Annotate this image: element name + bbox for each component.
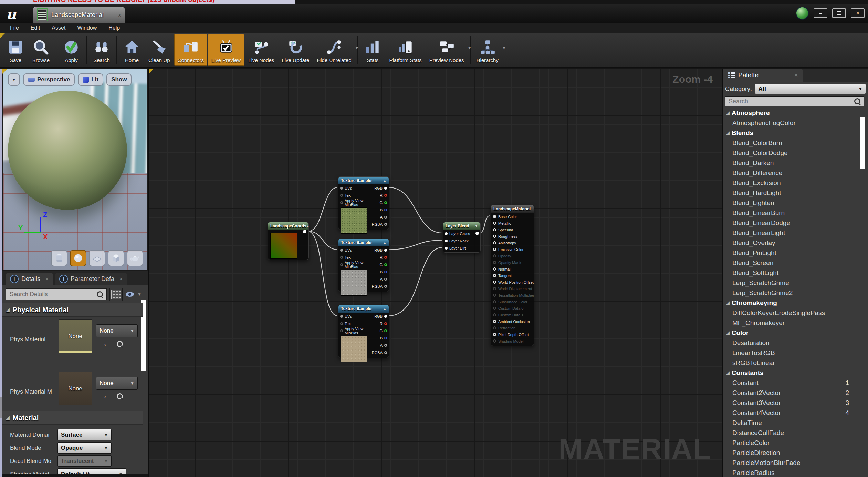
preview-shape-sphere[interactable] <box>70 250 86 266</box>
input-pin-opacity[interactable] <box>493 254 496 257</box>
node-texture-sample[interactable]: Texture Sample▲UVsTexApply View MipBiasR… <box>338 176 389 230</box>
palette-item[interactable]: Blend_PinLight <box>723 248 859 258</box>
tab-palette[interactable]: Palette ✕ <box>723 69 803 82</box>
palette-item[interactable]: ParticleMotionBlurFade <box>723 458 859 468</box>
preview-viewport[interactable]: ▼ Perspective Lit Show Z Y X <box>2 69 148 271</box>
input-pin-anisotropy[interactable] <box>493 241 496 244</box>
palette-item[interactable]: DeltaTime <box>723 418 859 428</box>
toolbar-button-save[interactable]: Save <box>3 34 28 66</box>
input-pin-specular[interactable] <box>493 228 496 231</box>
asset-tab-close-icon[interactable]: x <box>118 12 121 18</box>
output-pin-a[interactable] <box>384 278 387 281</box>
output-pin-rgba[interactable] <box>384 285 387 288</box>
palette-item[interactable]: Blend_LinearDodge <box>723 218 859 228</box>
node-header[interactable]: Texture Sample▲ <box>338 239 389 246</box>
palette-item[interactable]: AtmosphericFogColor <box>723 118 859 128</box>
preview-shape-teapot[interactable] <box>127 250 143 266</box>
collapse-icon[interactable]: ▲ <box>306 224 310 228</box>
output-pin-g[interactable] <box>384 263 387 266</box>
output-pin-g[interactable] <box>384 201 387 204</box>
chevron-down-icon[interactable]: ▼ <box>502 45 506 50</box>
palette-item[interactable]: Blend_Screen <box>723 258 859 268</box>
preview-shape-cube[interactable] <box>108 250 124 266</box>
input-pin-base-color[interactable] <box>493 215 496 218</box>
details-search-input[interactable]: Search Details <box>6 288 107 300</box>
lit-mode-button[interactable]: Lit <box>78 73 103 86</box>
palette-item[interactable]: Blend_ColorDodge <box>723 148 859 158</box>
node-header[interactable]: LandscapeCoords▲ <box>268 222 308 230</box>
input-pin-subsurface-color[interactable] <box>493 300 496 303</box>
output-pin-a[interactable] <box>384 216 387 219</box>
input-pin-uvs[interactable] <box>340 249 343 252</box>
input-pin-opacity-mask[interactable] <box>493 261 496 264</box>
toolbar-button-live-preview[interactable]: Live Preview <box>208 34 244 66</box>
palette-item[interactable]: Constant2Vector2 <box>723 388 859 398</box>
output-pin-b[interactable] <box>384 209 387 211</box>
node-layer-blend[interactable]: Layer Blend▼Layer GrassLayer RockLayer D… <box>443 222 481 253</box>
palette-category-constants[interactable]: ◢Constants <box>723 368 859 378</box>
input-pin-custom-data-1[interactable] <box>493 313 496 316</box>
use-selected-arrow-icon[interactable]: ← <box>103 392 110 400</box>
palette-category-color[interactable]: ◢Color <box>723 328 859 338</box>
palette-item[interactable]: Blend_Darken <box>723 158 859 168</box>
palette-item[interactable]: Blend_Difference <box>723 168 859 178</box>
input-pin-uvs[interactable] <box>340 187 343 190</box>
node-header[interactable]: Layer Blend▼ <box>443 222 480 230</box>
input-pin-apply view mipbias[interactable] <box>340 329 343 332</box>
menu-edit[interactable]: Edit <box>25 25 46 31</box>
input-pin-shading-model[interactable] <box>493 339 496 343</box>
input-pin-emissive-color[interactable] <box>493 248 496 251</box>
palette-item[interactable]: Blend_LinearBurn <box>723 208 859 218</box>
output-pin-b[interactable] <box>384 271 387 273</box>
section-physical-material[interactable]: ◢Physical Material <box>2 303 143 317</box>
toolbar-button-live-nodes[interactable]: Live Nodes <box>245 34 278 66</box>
menu-window[interactable]: Window <box>71 25 103 31</box>
output-pin-b[interactable] <box>384 337 387 339</box>
dropdown-icon[interactable]: ▼ <box>475 224 478 228</box>
output-pin-a[interactable] <box>384 344 387 347</box>
perspective-button[interactable]: Perspective <box>23 73 75 86</box>
palette-scrollbar[interactable] <box>860 117 865 169</box>
output-pin-rgb[interactable] <box>384 187 387 190</box>
material-graph-canvas[interactable]: Zoom -4 MATERIAL Texture Sample▲UVsTexAp… <box>148 69 723 477</box>
toolbar-button-live-update[interactable]: Live Update <box>278 34 313 66</box>
palette-item[interactable]: sRGBToLinear <box>723 358 859 368</box>
toolbar-button-stats[interactable]: Stats <box>360 34 385 66</box>
output-pin-rgb[interactable] <box>384 249 387 252</box>
palette-search-input[interactable]: Search <box>725 96 864 106</box>
input-pin-tessellation-multiplier[interactable] <box>493 294 496 297</box>
asset-tab[interactable]: LandscapeMaterial x <box>33 7 125 23</box>
input-pin-custom-data-0[interactable] <box>493 307 496 310</box>
tab-parameter-defaults-close-icon[interactable]: ✕ <box>119 276 123 282</box>
input-pin-normal[interactable] <box>493 267 496 271</box>
input-pin-apply view mipbias[interactable] <box>340 263 343 266</box>
palette-category-chromakeying[interactable]: ◢Chromakeying <box>723 298 859 308</box>
output-pin-coords[interactable] <box>303 230 306 233</box>
node-header[interactable]: Texture Sample▲ <box>338 305 389 313</box>
palette-item[interactable]: Constant3Vector3 <box>723 398 859 408</box>
toolbar-button-search[interactable]: Search <box>89 34 114 66</box>
toolbar-button-platform-stats[interactable]: Platform Stats <box>386 34 425 66</box>
output-pin-r[interactable] <box>384 322 387 325</box>
output-pin-r[interactable] <box>384 256 387 259</box>
toolbar-button-hierarchy[interactable]: Hierarchy▼ <box>473 34 502 66</box>
palette-item[interactable]: Desaturation <box>723 338 859 348</box>
tab-palette-close-icon[interactable]: ✕ <box>794 72 798 78</box>
palette-item[interactable]: DistanceCullFade <box>723 428 859 438</box>
input-pin-uvs[interactable] <box>340 315 343 318</box>
palette-item[interactable]: Constant4Vector4 <box>723 408 859 418</box>
menu-help[interactable]: Help <box>103 25 126 31</box>
palette-item[interactable]: ParticleColor <box>723 438 859 448</box>
toolbar-button-home[interactable]: Home <box>119 34 144 66</box>
node-landscape-coords[interactable]: LandscapeCoords▲ <box>268 222 309 260</box>
material-material-domai-dropdown[interactable]: Surface▼ <box>57 429 112 440</box>
show-button[interactable]: Show <box>106 73 132 86</box>
output-pin-rgba[interactable] <box>384 351 387 354</box>
palette-item[interactable]: Blend_HardLight <box>723 188 859 198</box>
toolbar-button-connectors[interactable]: Connectors <box>174 34 208 66</box>
palette-item[interactable]: Blend_ColorBurn <box>723 138 859 148</box>
palette-item[interactable]: DiffColorKeyerErodeSinglePass <box>723 308 859 318</box>
toolbar-button-apply[interactable]: Apply <box>59 34 84 66</box>
use-selected-arrow-icon[interactable]: ← <box>103 339 110 348</box>
palette-category-atmosphere[interactable]: ◢Atmosphere <box>723 108 859 118</box>
